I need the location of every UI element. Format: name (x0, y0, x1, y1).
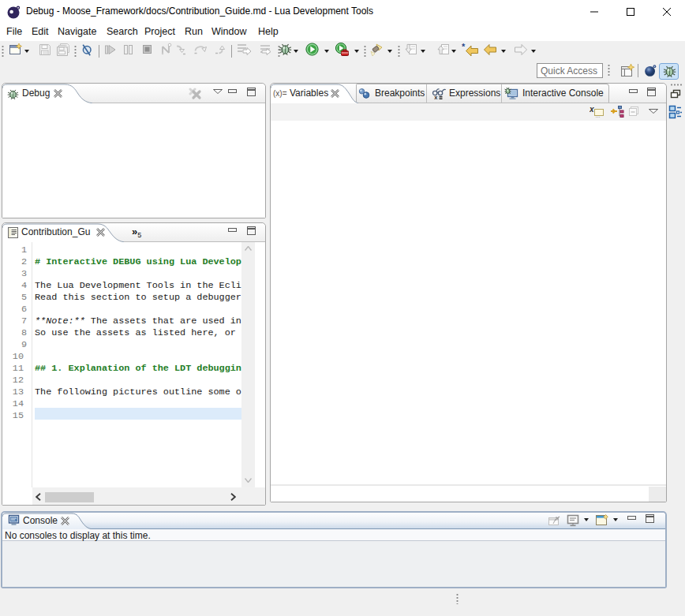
svg-text:x: x (590, 105, 594, 114)
svg-text:x: x (434, 94, 438, 100)
svg-text:...: ... (596, 113, 601, 118)
svg-text:*: * (462, 43, 466, 51)
